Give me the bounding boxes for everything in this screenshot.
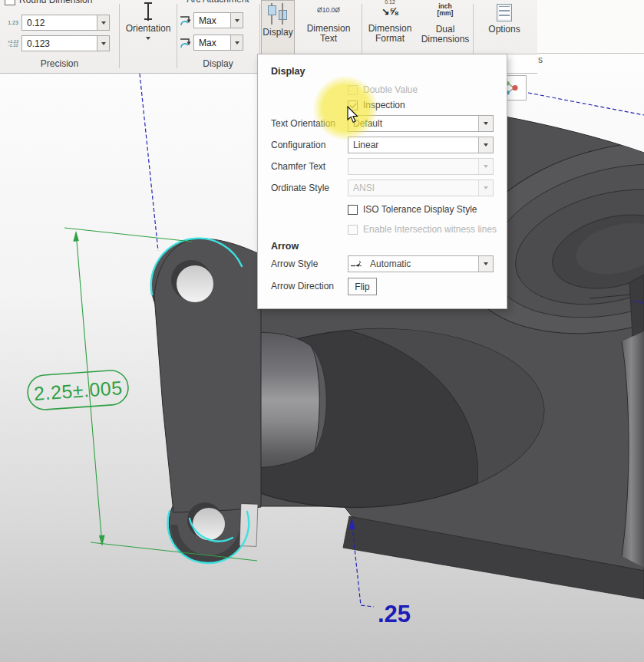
double-value-label: Double Value [363,84,418,95]
arc-attachment-header: Arc Attachment [178,0,258,5]
intersection-witness-checkbox[interactable]: Enable Intersection witness lines [348,224,497,235]
configuration-row: Configuration Linear [258,137,507,153]
configuration-value: Linear [348,140,478,150]
arc-attachment-first-value[interactable]: Max [193,12,230,28]
arc-attachment-second-combo[interactable]: Max [178,33,243,52]
chevron-down-icon [478,180,493,196]
chevron-down-icon[interactable] [97,35,110,51]
checkbox-icon [348,225,358,235]
precision-group-label: Precision [0,58,119,69]
arrow-style-icon [348,259,365,268]
double-value-checkbox[interactable]: Double Value [348,84,418,95]
ordinate-style-select: ANSI [348,179,494,196]
cutoff-group-label: s [538,54,543,65]
configuration-select[interactable]: Linear [348,137,494,153]
top-lug-hole [177,265,213,302]
configuration-label: Configuration [271,140,325,150]
chamfer-text-label: Chamfer Text [271,161,325,172]
tolerance-precision-value[interactable]: 0.123 [21,35,97,51]
chevron-down-icon[interactable] [97,15,110,31]
iso-tolerance-checkbox[interactable]: ISO Tolerance Display Style [348,204,477,215]
round-dimension-label: Round Dimension [19,0,92,5]
arc-attachment-first-combo[interactable]: Max [178,11,243,30]
chevron-down-icon[interactable] [478,137,493,153]
arrow-style-row: Arrow Style Automatic [258,255,507,272]
dual-dimensions-label: DualDimensions [421,25,470,44]
arrow-style-value: Automatic [365,259,478,269]
dimension-format-label: DimensionFormat [368,24,412,44]
dimension-format-icon: 0.12 ↘⅝ [382,2,398,21]
intersection-witness-label: Enable Intersection witness lines [363,224,497,235]
divider [177,4,177,68]
primary-precision-icon: 1.23 [5,20,21,25]
chamfer-text-row: Chamfer Text [258,158,507,175]
primary-precision-combo[interactable]: 1.23 0.12 [5,13,110,32]
ordinate-style-label: Ordinate Style [271,183,329,193]
text-orientation-value: Default [348,118,478,129]
ordinate-style-row: Ordinate Style ANSI [258,179,507,196]
chamfer-text-select [348,158,494,175]
arrow-section-header: Arrow [271,241,299,252]
orientation-icon [143,2,154,21]
arrow-direction-label: Arrow Direction [271,281,334,291]
checkbox-icon [348,85,358,95]
divider [119,4,120,68]
display-group-label: Display [178,58,258,69]
text-orientation-select[interactable]: Default [348,115,494,132]
flip-button[interactable]: Flip [348,278,377,295]
arc-attachment-second-value[interactable]: Max [193,35,230,51]
display-flyout-panel: Display Double Value Inspection Text Ori… [257,54,507,309]
checkbox-icon [348,205,358,215]
checkbox-icon [5,0,15,5]
options-label: Options [488,24,520,35]
orientation-button[interactable]: Orientation [121,0,176,71]
dimension-text-label: DimensionText [307,24,351,44]
checkmark-icon [350,100,357,107]
arrow-direction-row: Arrow Direction Flip [258,278,507,295]
precision-group: Round Dimension 1.23 0.12 +1.23-1.23 0.1… [0,0,119,73]
arc-attachment-group: Arc Attachment Max Max Display [178,0,258,73]
arc-attachment-icon [178,37,193,49]
chevron-down-icon[interactable] [478,116,493,131]
orientation-label: Orientation [126,23,171,34]
arrow-style-select[interactable]: Automatic [348,255,494,272]
ordinate-style-value: ANSI [348,183,478,193]
dimension-text-icon: Ø10.0Ø [317,6,340,21]
inspection-label: Inspection [363,100,405,110]
inspection-checkbox[interactable]: Inspection [348,100,405,110]
bottom-lug-hole [193,508,225,540]
dual-dimensions-icon: inch[mm] [438,3,454,22]
chevron-down-icon [478,159,493,174]
chevron-down-icon[interactable] [478,256,493,272]
tolerance-precision-icon: +1.23-1.23 [5,40,21,48]
arc-attachment-icon [178,15,193,27]
round-dimension-checkbox[interactable]: Round Dimension [5,0,92,5]
sliders-icon [266,3,289,25]
checkbox-checked-icon [348,100,358,110]
options-list-icon [497,4,512,21]
depth-dimension-text[interactable]: .25 [378,601,411,627]
chevron-down-icon[interactable] [230,35,243,51]
text-orientation-label: Text Orientation [271,118,335,129]
display-button-label: Display [263,27,292,38]
tolerance-precision-combo[interactable]: +1.23-1.23 0.123 [5,34,110,53]
viewport-edge-patch [507,54,537,73]
arrow-style-label: Arrow Style [271,259,318,269]
iso-tolerance-label: ISO Tolerance Display Style [363,204,477,215]
chevron-down-icon[interactable] [230,12,243,28]
ribbon-right-strip [537,0,644,54]
display-section-header: Display [271,66,305,77]
text-orientation-row: Text Orientation Default [258,115,507,132]
primary-precision-value[interactable]: 0.12 [21,15,97,31]
chevron-down-icon [146,37,150,40]
